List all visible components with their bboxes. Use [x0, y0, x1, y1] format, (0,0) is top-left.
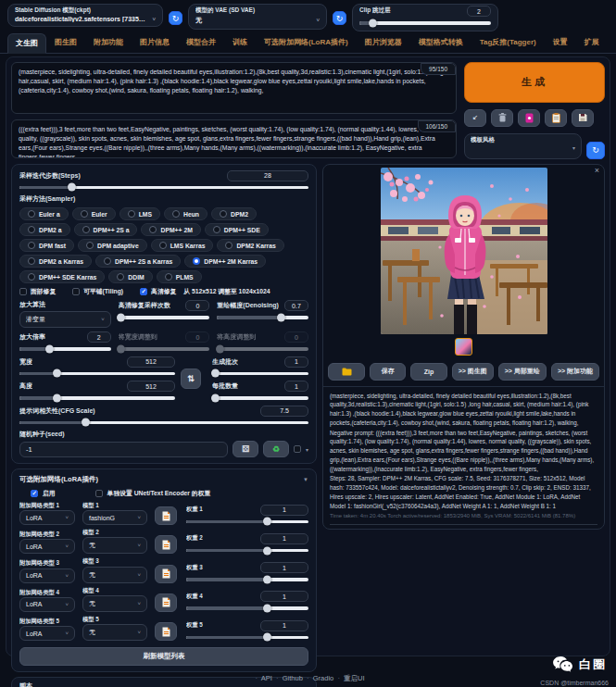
- lora-weight-value[interactable]: 1: [260, 533, 308, 544]
- width-slider[interactable]: [19, 372, 175, 376]
- sampler-option[interactable]: PLMS: [157, 270, 202, 283]
- sampler-option[interactable]: Euler a: [19, 207, 69, 220]
- save-style-button[interactable]: [572, 109, 594, 127]
- lora-type-dropdown[interactable]: LoRA ˅: [19, 539, 75, 554]
- reuse-seed-button[interactable]: ♻: [263, 441, 289, 457]
- tab[interactable]: 训练: [224, 32, 256, 53]
- extra-networks-button[interactable]: [518, 109, 540, 127]
- sampler-option[interactable]: DPM++ 2S a: [74, 223, 138, 236]
- clear-prompt-button[interactable]: [491, 109, 513, 127]
- lora-metadata-button[interactable]: [155, 593, 177, 612]
- lora-weight-value[interactable]: 1: [260, 620, 308, 631]
- sampler-option[interactable]: DPM2 a: [19, 223, 70, 236]
- sampler-option[interactable]: DPM++ SDE: [205, 223, 269, 236]
- batch-count-slider[interactable]: [212, 372, 308, 376]
- tab[interactable]: 图片信息: [132, 32, 178, 53]
- tab[interactable]: 附加功能: [85, 32, 132, 53]
- sampler-option[interactable]: Heun: [164, 207, 207, 220]
- output-action-button[interactable]: 保存: [370, 363, 406, 381]
- hires-steps-value[interactable]: 0: [185, 300, 209, 311]
- vae-selector[interactable]: 模型的 VAE (SD VAE) 无 ˅: [188, 4, 327, 30]
- batch-size-slider[interactable]: [212, 396, 308, 400]
- footer-link[interactable]: Github: [272, 674, 303, 683]
- prompt-textarea[interactable]: (masterpiece, sidelighting, ultra-detail…: [11, 62, 457, 114]
- cfg-scale-value[interactable]: 7.5: [260, 406, 308, 417]
- face-restore-checkbox[interactable]: [19, 288, 27, 295]
- sampler-option[interactable]: DPM2 a Karras: [19, 255, 92, 268]
- hires-fix-checkbox[interactable]: [140, 288, 147, 295]
- generated-image[interactable]: [381, 168, 547, 334]
- lora-weight-value[interactable]: 1: [260, 562, 308, 573]
- lora-model-dropdown[interactable]: fashionG ˅: [82, 510, 147, 525]
- seed-extra-checkbox[interactable]: [294, 445, 301, 453]
- styles-dropdown[interactable]: 模板风格 ▾: [464, 133, 582, 159]
- hires-steps-slider[interactable]: [119, 316, 210, 319]
- steps-slider[interactable]: [19, 186, 308, 190]
- lora-weight-slider[interactable]: [186, 606, 308, 610]
- lora-separate-weights-checkbox[interactable]: [95, 490, 103, 497]
- negative-prompt-textarea[interactable]: (((extra feet))),3 feet,more than two fe…: [11, 119, 457, 158]
- lora-model-dropdown[interactable]: 无 ˅: [82, 595, 147, 612]
- footer-link[interactable]: Gradio: [303, 674, 333, 683]
- lora-enable-checkbox[interactable]: [31, 490, 38, 497]
- checkpoint-selector[interactable]: Stable Diffusion 模型(ckpt) dalceforealist…: [7, 4, 163, 27]
- output-action-button[interactable]: >> 局部重绘: [498, 363, 547, 381]
- tab[interactable]: 模型合并: [178, 32, 224, 53]
- tab[interactable]: Tag反推(Tagger): [471, 32, 545, 53]
- denoising-value[interactable]: 0.7: [284, 300, 308, 311]
- tab[interactable]: 可选附加网络(LoRA插件): [256, 32, 357, 53]
- tab[interactable]: 模型格式转换: [410, 32, 471, 53]
- sampler-option[interactable]: DPM adaptive: [78, 239, 147, 252]
- denoising-slider[interactable]: [217, 316, 308, 319]
- lora-type-dropdown[interactable]: LoRA ˅: [19, 568, 75, 583]
- tab[interactable]: 图片浏览器: [357, 32, 410, 53]
- random-seed-button[interactable]: ⚄: [233, 441, 258, 457]
- sampler-option[interactable]: LMS Karras: [151, 239, 214, 252]
- seed-input[interactable]: -1: [19, 442, 228, 457]
- sampler-option[interactable]: DDIM: [108, 270, 152, 283]
- tab[interactable]: 设置: [545, 32, 576, 53]
- lora-weight-value[interactable]: 1: [260, 505, 308, 516]
- sampler-option[interactable]: DPM fast: [19, 239, 74, 252]
- paste-params-button[interactable]: ↙: [464, 109, 486, 127]
- image-thumbnail[interactable]: [455, 338, 472, 356]
- footer-link[interactable]: 重启UI: [333, 674, 364, 683]
- sampler-option[interactable]: DPM2: [211, 207, 257, 220]
- sampler-option[interactable]: DPM++ 2M: [141, 223, 200, 236]
- output-action-button[interactable]: >> 附加功能: [551, 363, 599, 381]
- lora-metadata-button[interactable]: [155, 622, 177, 641]
- upscaler-dropdown[interactable]: 潜变量 ˅: [19, 311, 111, 328]
- tab[interactable]: 扩展: [576, 32, 608, 53]
- sampler-option[interactable]: Euler: [72, 207, 116, 220]
- lora-weight-slider[interactable]: [186, 578, 308, 581]
- clip-skip-value[interactable]: 2: [467, 6, 491, 17]
- upscale-by-slider[interactable]: [19, 347, 111, 351]
- clip-skip-slider[interactable]: [359, 21, 491, 25]
- lora-type-dropdown[interactable]: LoRA ˅: [19, 626, 75, 641]
- lora-weight-slider[interactable]: [186, 636, 308, 640]
- tab[interactable]: 文生图: [7, 33, 46, 54]
- lora-model-dropdown[interactable]: 无 ˅: [82, 567, 147, 583]
- lora-accordion-header[interactable]: 可选附加网络(LoRA插件) ▼: [19, 475, 308, 484]
- sampler-option[interactable]: LMS: [119, 207, 160, 220]
- height-slider[interactable]: [19, 396, 175, 400]
- apply-style-button[interactable]: [545, 109, 567, 127]
- sampler-option[interactable]: DPM++ 2S a Karras: [95, 255, 181, 268]
- lora-metadata-button[interactable]: [155, 535, 177, 554]
- footer-link[interactable]: API: [251, 674, 272, 683]
- generate-button[interactable]: 生成: [464, 62, 605, 103]
- lora-model-dropdown[interactable]: 无 ˅: [82, 624, 147, 641]
- lora-model-dropdown[interactable]: 无 ˅: [82, 537, 147, 554]
- refresh-checkpoints-button[interactable]: ↻: [169, 11, 182, 25]
- close-icon[interactable]: ×: [595, 166, 599, 175]
- sampler-option[interactable]: DPM++ SDE Karras: [19, 270, 105, 283]
- tiling-checkbox[interactable]: [72, 288, 80, 295]
- batch-count-value[interactable]: 1: [284, 356, 308, 368]
- lora-type-dropdown[interactable]: LoRA ˅: [19, 510, 75, 525]
- lora-weight-value[interactable]: 1: [260, 591, 308, 602]
- lora-metadata-button[interactable]: [155, 506, 177, 525]
- sampler-option[interactable]: DPM2 Karras: [217, 239, 283, 252]
- output-action-button[interactable]: Zip: [410, 363, 446, 381]
- cfg-scale-slider[interactable]: [19, 421, 308, 425]
- tab[interactable]: 图生图: [46, 32, 85, 53]
